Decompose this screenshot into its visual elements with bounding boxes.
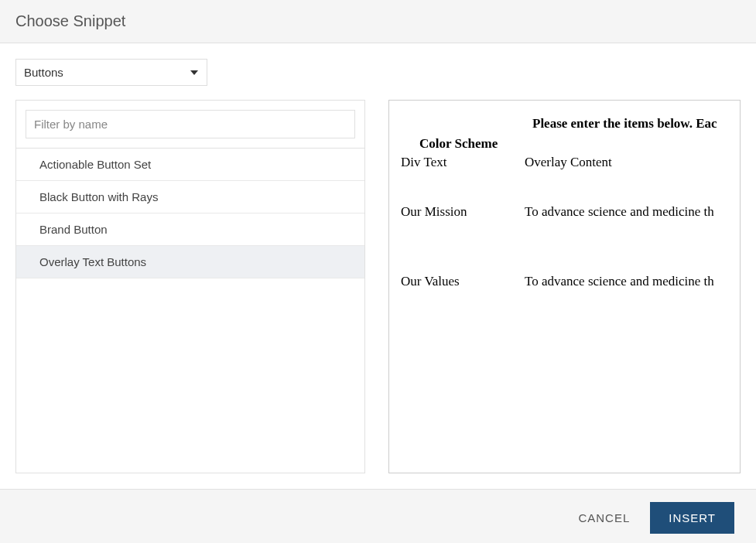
preview-row-label: Our Mission <box>401 204 525 220</box>
preview-row-label: Our Values <box>401 274 525 289</box>
dialog-footer: CANCEL INSERT <box>0 489 756 543</box>
dialog-body: Buttons Actionable Button Set Black Butt… <box>0 43 756 489</box>
preview-row-value: To advance science and medicine th <box>525 204 714 220</box>
preview-panel[interactable]: Please enter the items below. Eac Color … <box>388 100 741 473</box>
preview-heading: Please enter the items below. Eac <box>401 116 741 131</box>
snippet-list: Actionable Button Set Black Button with … <box>16 148 364 278</box>
preview-row: Div Text Overlay Content <box>401 155 741 170</box>
preview-col-header: Color Scheme <box>401 136 525 152</box>
preview-row: Our Values To advance science and medici… <box>401 274 741 289</box>
snippet-list-panel: Actionable Button Set Black Button with … <box>15 100 365 473</box>
list-item[interactable]: Actionable Button Set <box>16 149 364 181</box>
preview-content: Please enter the items below. Eac Color … <box>389 101 741 354</box>
list-item[interactable]: Black Button with Rays <box>16 181 364 213</box>
filter-wrap <box>16 101 364 148</box>
preview-row-label: Div Text <box>401 155 525 170</box>
list-item[interactable]: Brand Button <box>16 213 364 246</box>
preview-row-value: Overlay Content <box>525 155 612 170</box>
cancel-button[interactable]: CANCEL <box>575 505 633 531</box>
dialog-title: Choose Snippet <box>15 12 741 30</box>
columns: Actionable Button Set Black Button with … <box>15 100 741 473</box>
dialog-header: Choose Snippet <box>0 0 756 43</box>
preview-header-row: Color Scheme <box>401 136 741 152</box>
insert-button[interactable]: INSERT <box>650 502 734 534</box>
list-item[interactable]: Overlay Text Buttons <box>16 246 364 278</box>
category-select[interactable]: Buttons <box>15 59 207 86</box>
category-select-wrap[interactable]: Buttons <box>15 59 207 86</box>
preview-row: Our Mission To advance science and medic… <box>401 204 741 220</box>
preview-row-value: To advance science and medicine th <box>525 274 714 289</box>
filter-input[interactable] <box>26 110 355 138</box>
